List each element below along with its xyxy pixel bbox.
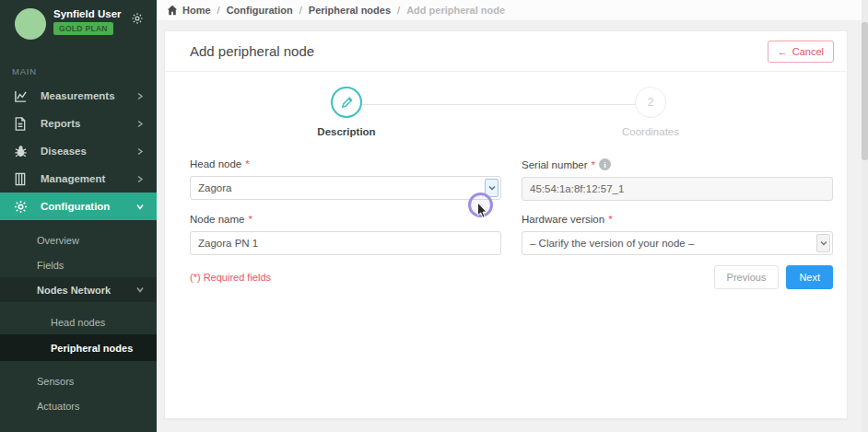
sidebar-item-configuration[interactable]: Configuration xyxy=(0,193,157,220)
chevron-down-icon[interactable] xyxy=(485,179,499,197)
sidebar-item-label: Configuration xyxy=(41,201,136,212)
avatar xyxy=(15,8,46,40)
node-name-field: Node name * xyxy=(190,214,501,255)
chart-line-icon xyxy=(13,88,28,103)
wizard-step-coordinates[interactable]: 2 Coordinates xyxy=(595,87,706,137)
chevron-right-icon xyxy=(136,120,144,128)
user-name: Synfield User xyxy=(53,8,122,19)
serial-number-field: Serial number * i xyxy=(522,158,833,201)
sidebar-subitem-label: Nodes Network xyxy=(37,285,111,296)
required-asterisk: * xyxy=(245,158,249,169)
breadcrumb-home[interactable]: Home xyxy=(182,5,211,16)
node-name-label: Node name * xyxy=(190,214,501,225)
management-icon xyxy=(13,171,28,186)
sidebar-subitem-sensors[interactable]: Sensors xyxy=(0,368,157,393)
sidebar-item-calendar[interactable]: Calendar xyxy=(0,426,157,432)
wizard-navigation: Previous Next xyxy=(714,265,833,289)
required-asterisk: * xyxy=(608,214,612,225)
scrollbar-thumb[interactable] xyxy=(862,22,868,160)
sidebar-item-label: Measurements xyxy=(41,90,136,101)
plan-badge: GOLD PLAN xyxy=(53,22,113,35)
required-asterisk: * xyxy=(248,214,252,225)
bug-icon xyxy=(13,144,28,158)
sidebar-subitem-head-nodes[interactable]: Head nodes xyxy=(0,309,157,334)
main-content: Home / Configuration / Peripheral nodes … xyxy=(157,0,868,432)
sidebar-item-label: Diseases xyxy=(41,146,136,157)
chevron-right-icon xyxy=(136,147,144,156)
breadcrumb: Home / Configuration / Peripheral nodes … xyxy=(157,0,868,21)
back-arrow-icon: ← xyxy=(778,46,788,57)
breadcrumb-separator: / xyxy=(299,5,302,16)
breadcrumb-current: Add peripheral node xyxy=(406,5,505,16)
sidebar-item-reports[interactable]: Reports xyxy=(0,110,157,137)
cancel-label: Cancel xyxy=(792,46,824,57)
sidebar-subitem-label: Head nodes xyxy=(51,317,105,328)
hardware-version-label: Hardware version * xyxy=(522,214,833,225)
wizard-step-label: Description xyxy=(291,126,402,137)
sidebar-subitem-nodes-network[interactable]: Nodes Network xyxy=(0,277,157,302)
serial-number-input[interactable] xyxy=(522,177,833,201)
cancel-button[interactable]: ← Cancel xyxy=(768,41,834,63)
head-node-label: Head node * xyxy=(190,158,501,169)
breadcrumb-configuration[interactable]: Configuration xyxy=(227,5,293,16)
sidebar-subitem-label: Overview xyxy=(37,235,79,246)
sidebar-item-management[interactable]: Management xyxy=(0,165,157,193)
head-node-select[interactable]: Zagora xyxy=(190,176,501,200)
sidebar-subitem-fields[interactable]: Fields xyxy=(0,252,157,277)
sidebar-section-label: MAIN xyxy=(0,50,157,82)
breadcrumb-peripheral-nodes[interactable]: Peripheral nodes xyxy=(309,5,391,16)
sidebar-item-measurements[interactable]: Measurements xyxy=(0,82,157,110)
previous-button[interactable]: Previous xyxy=(714,265,780,289)
serial-number-label: Serial number * i xyxy=(522,158,833,170)
sidebar-subitem-actuators[interactable]: Actuators xyxy=(0,393,157,418)
sidebar-subitem-label: Peripheral nodes xyxy=(51,343,133,354)
chevron-down-icon[interactable] xyxy=(816,234,830,252)
chevron-right-icon xyxy=(136,175,144,183)
wizard-steps: Description 2 Coordinates xyxy=(190,87,822,153)
sidebar-subitem-peripheral-nodes[interactable]: Peripheral nodes xyxy=(0,334,157,361)
sidebar-item-label: Reports xyxy=(41,118,136,129)
sidebar-item-diseases[interactable]: Diseases xyxy=(0,137,157,165)
next-button[interactable]: Next xyxy=(786,265,833,289)
home-icon xyxy=(167,5,178,16)
card-header: Add peripheral node ← Cancel xyxy=(165,31,847,72)
hardware-version-select[interactable]: – Clarify the version of your node – xyxy=(522,231,833,255)
pencil-icon xyxy=(331,87,362,118)
sidebar-subitem-overview[interactable]: Overview xyxy=(0,228,157,252)
sidebar-subitem-label: Fields xyxy=(37,260,64,271)
add-peripheral-node-card: Add peripheral node ← Cancel Description… xyxy=(164,30,848,419)
node-name-input[interactable] xyxy=(190,231,501,255)
form-area: Head node * Zagora Serial number * i xyxy=(165,153,847,255)
head-node-field: Head node * Zagora xyxy=(190,158,501,201)
sidebar-subitem-label: Actuators xyxy=(37,401,79,412)
page-title: Add peripheral node xyxy=(190,43,314,59)
chevron-right-icon xyxy=(136,92,144,100)
breadcrumb-separator: / xyxy=(217,5,220,16)
hardware-version-selected-value: – Clarify the version of your node – xyxy=(530,238,694,249)
sidebar-item-label: Management xyxy=(41,173,136,184)
chevron-down-icon xyxy=(136,203,144,211)
wizard-step-description[interactable]: Description xyxy=(291,87,402,137)
sidebar-subitem-label: Sensors xyxy=(37,376,74,387)
required-asterisk: * xyxy=(592,159,595,170)
report-icon xyxy=(13,116,28,131)
wizard-step-label: Coordinates xyxy=(595,126,706,137)
chevron-down-icon xyxy=(136,286,144,294)
settings-gear-icon[interactable] xyxy=(131,12,144,28)
sidebar: Synfield User GOLD PLAN MAIN Measurement… xyxy=(0,0,157,432)
hardware-version-field: Hardware version * – Clarify the version… xyxy=(522,214,833,255)
breadcrumb-separator: / xyxy=(397,5,400,16)
head-node-selected-value: Zagora xyxy=(198,182,231,193)
gear-icon xyxy=(13,199,28,214)
scrollbar[interactable] xyxy=(862,0,868,432)
user-block: Synfield User GOLD PLAN xyxy=(0,0,157,50)
info-icon[interactable]: i xyxy=(599,158,611,170)
step-number: 2 xyxy=(635,87,666,118)
